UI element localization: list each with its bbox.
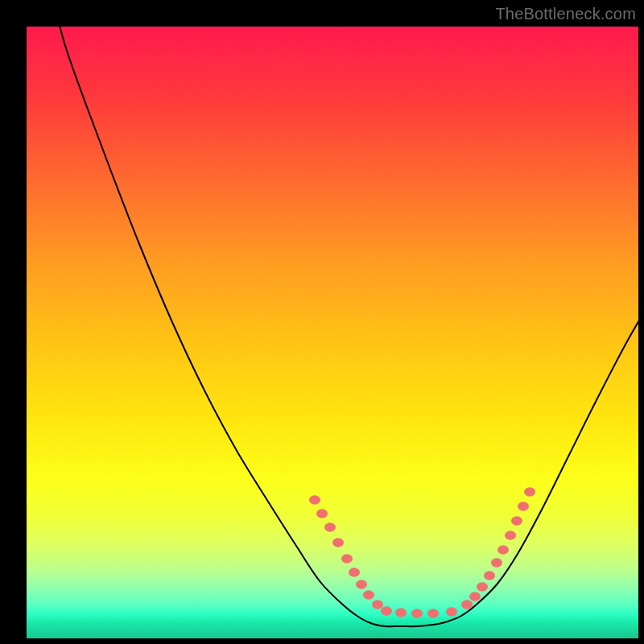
data-dot <box>518 502 529 510</box>
data-dot <box>505 530 516 539</box>
bottleneck-curve <box>56 27 638 626</box>
data-dot <box>356 580 367 588</box>
data-dot <box>316 509 328 518</box>
data-dot <box>395 608 407 617</box>
data-dot <box>461 600 473 609</box>
data-dot <box>427 609 439 617</box>
data-dot <box>309 495 320 504</box>
data-dot <box>477 582 488 591</box>
data-dot <box>484 571 495 580</box>
data-dot <box>491 558 502 567</box>
data-dot <box>446 607 457 616</box>
data-dot <box>469 592 481 601</box>
chart-frame: TheBottleneck.com <box>0 0 644 644</box>
data-dot <box>411 609 423 617</box>
data-dot <box>349 568 360 576</box>
data-dot <box>363 590 374 599</box>
watermark-text: TheBottleneck.com <box>495 5 636 23</box>
data-dot <box>324 522 336 531</box>
plot-area <box>27 27 638 638</box>
data-dot <box>332 538 344 547</box>
data-dot <box>381 606 392 615</box>
data-dot <box>511 516 522 525</box>
data-dot <box>341 554 353 563</box>
data-dot <box>372 600 383 609</box>
data-dot <box>524 487 535 496</box>
data-dots <box>309 487 535 617</box>
data-dot <box>497 545 509 554</box>
plot-svg <box>27 27 638 638</box>
